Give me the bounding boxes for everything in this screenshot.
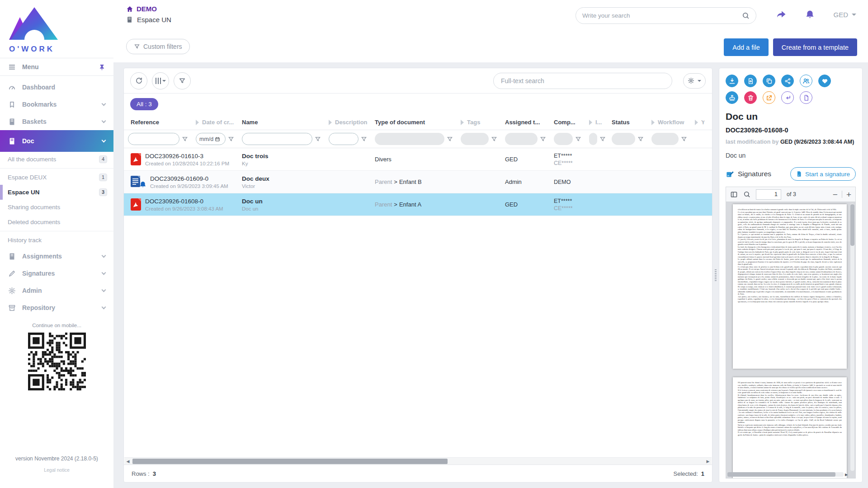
- column-header-reference[interactable]: Reference: [124, 119, 192, 126]
- sidebar-item-bookmarks[interactable]: Bookmarks: [0, 96, 113, 113]
- funnel-icon[interactable]: [182, 136, 188, 142]
- filter-tags-select[interactable]: [461, 133, 489, 145]
- filter-i-select[interactable]: [589, 133, 597, 145]
- sidebar-item-baskets[interactable]: Baskets: [0, 113, 113, 130]
- filter-date-input[interactable]: mm/d: [196, 133, 226, 145]
- funnel-icon[interactable]: [540, 136, 546, 142]
- sidebar-item-repository[interactable]: Repository: [0, 299, 113, 316]
- column-header-date[interactable]: Date of cr...: [192, 119, 238, 126]
- table-row-selected[interactable]: DOC230926-01608-0 Created on 9/26/2023 3…: [124, 193, 712, 216]
- start-signature-button[interactable]: Start a signature: [790, 167, 856, 181]
- tab-all[interactable]: All : 3: [130, 98, 158, 110]
- assign-users-button[interactable]: [800, 75, 812, 87]
- global-search-input[interactable]: [582, 12, 742, 19]
- fulltext-search-input[interactable]: [501, 77, 665, 84]
- filter-description-input[interactable]: [329, 133, 359, 145]
- column-header-company[interactable]: Comp...: [550, 119, 585, 126]
- table-row[interactable]: DOC230926-01609-0 Created on 9/26/2023 3…: [124, 171, 712, 193]
- zoom-in-button[interactable]: +: [846, 190, 851, 199]
- share-forward-icon[interactable]: [776, 9, 787, 20]
- upload-version-button[interactable]: [744, 75, 757, 87]
- funnel-icon[interactable]: [447, 136, 453, 142]
- sidebar-toggle-icon[interactable]: [730, 191, 738, 198]
- sidebar-item-sharing-documents[interactable]: Sharing documents: [0, 200, 113, 215]
- filter-button[interactable]: [174, 72, 191, 89]
- search-icon[interactable]: [743, 191, 750, 198]
- columns-chooser-button[interactable]: [152, 72, 169, 89]
- sidebar-menu-toggle[interactable]: Menu: [0, 58, 113, 76]
- pdf-preview-area[interactable]: s'éveillèrent au bruit de toutes les clo…: [726, 202, 855, 478]
- sidebar-item-doc[interactable]: Doc: [0, 130, 113, 152]
- column-header-i[interactable]: I...: [585, 119, 608, 126]
- scrollbar-thumb[interactable]: [850, 204, 854, 246]
- funnel-icon[interactable]: [315, 136, 321, 142]
- funnel-icon[interactable]: [228, 136, 234, 142]
- sidebar-item-history-track[interactable]: History track: [0, 233, 113, 248]
- column-header-description[interactable]: Description: [325, 119, 371, 126]
- legal-notice-link[interactable]: Legal notice: [0, 467, 113, 473]
- copy-button[interactable]: [763, 75, 775, 87]
- create-from-template-button[interactable]: Create from a template: [773, 38, 857, 56]
- sidebar-item-admin[interactable]: Admin: [0, 282, 113, 299]
- scrollbar-track[interactable]: [132, 458, 704, 465]
- filter-status-select[interactable]: [612, 133, 635, 145]
- pin-sidebar-icon[interactable]: [99, 64, 105, 70]
- column-header-tags[interactable]: Tags: [457, 119, 501, 126]
- document-properties-button[interactable]: [800, 91, 812, 104]
- add-file-button[interactable]: Add a file: [724, 38, 768, 56]
- breadcrumb-home[interactable]: DEMO: [126, 5, 171, 13]
- column-header-status[interactable]: Status: [608, 119, 647, 126]
- funnel-icon[interactable]: [575, 136, 581, 142]
- filter-assigned-select[interactable]: [505, 133, 538, 145]
- scrollbar-track[interactable]: [727, 472, 844, 477]
- sidebar-item-all-documents[interactable]: All the documents 4: [0, 152, 113, 167]
- funnel-icon[interactable]: [637, 136, 644, 142]
- sidebar-item-espace-deux[interactable]: Espace DEUX 1: [0, 170, 113, 185]
- open-external-button[interactable]: [763, 91, 775, 104]
- return-button[interactable]: [781, 91, 794, 104]
- table-settings-button[interactable]: [683, 73, 706, 89]
- column-header-workflow[interactable]: Workflow: [647, 119, 691, 126]
- sidebar-item-assignments[interactable]: Assignments: [0, 248, 113, 265]
- table-row[interactable]: DOC230926-01610-3 Created on 10/28/2024 …: [124, 148, 712, 171]
- column-header-name[interactable]: Name: [238, 119, 325, 126]
- funnel-icon[interactable]: [361, 136, 367, 142]
- share-button[interactable]: [781, 75, 794, 87]
- filter-type-select[interactable]: [375, 133, 444, 145]
- sidebar-item-dashboard[interactable]: Dashboard: [0, 79, 113, 96]
- scroll-left-arrow[interactable]: ◀: [124, 458, 132, 465]
- search-icon[interactable]: [742, 12, 750, 19]
- panel-resizer[interactable]: [712, 68, 719, 483]
- filter-workflow-select[interactable]: [651, 133, 679, 145]
- column-header-assigned[interactable]: Assigned t...: [501, 119, 550, 126]
- scroll-right-arrow[interactable]: ▶: [704, 458, 712, 465]
- table-horizontal-scrollbar[interactable]: ◀ ▶: [124, 457, 712, 465]
- download-button[interactable]: [726, 75, 738, 87]
- user-menu[interactable]: GED: [833, 11, 856, 19]
- zoom-out-button[interactable]: −: [833, 190, 838, 199]
- notifications-bell-icon[interactable]: [805, 9, 815, 20]
- custom-filters-button[interactable]: Custom filters: [126, 39, 190, 54]
- funnel-icon[interactable]: [599, 136, 606, 142]
- filter-name-input[interactable]: [242, 133, 312, 145]
- filter-reference-input[interactable]: [128, 133, 179, 145]
- preview-horizontal-scrollbar[interactable]: ▶: [727, 472, 849, 477]
- funnel-icon[interactable]: [491, 136, 497, 142]
- sidebar-item-signatures[interactable]: Signatures: [0, 265, 113, 282]
- brand-logo[interactable]: O'WORK: [0, 0, 113, 58]
- stamp-button[interactable]: [726, 91, 738, 104]
- preview-vertical-scrollbar[interactable]: [850, 204, 854, 471]
- column-header-type[interactable]: Type of document: [371, 119, 457, 126]
- scroll-right-arrow[interactable]: ▶: [844, 473, 849, 477]
- column-header-y[interactable]: Y...: [691, 119, 704, 126]
- funnel-icon[interactable]: [681, 136, 687, 142]
- sidebar-item-espace-un[interactable]: Espace UN 3: [0, 185, 113, 200]
- delete-button[interactable]: [744, 91, 757, 104]
- page-number-input[interactable]: [756, 189, 781, 200]
- favorite-button[interactable]: [818, 75, 831, 87]
- scrollbar-thumb[interactable]: [727, 472, 835, 477]
- sidebar-item-deleted-documents[interactable]: Deleted documents: [0, 215, 113, 230]
- refresh-button[interactable]: [130, 72, 147, 89]
- scrollbar-thumb[interactable]: [132, 459, 448, 464]
- breadcrumb-space[interactable]: Espace UN: [126, 16, 171, 23]
